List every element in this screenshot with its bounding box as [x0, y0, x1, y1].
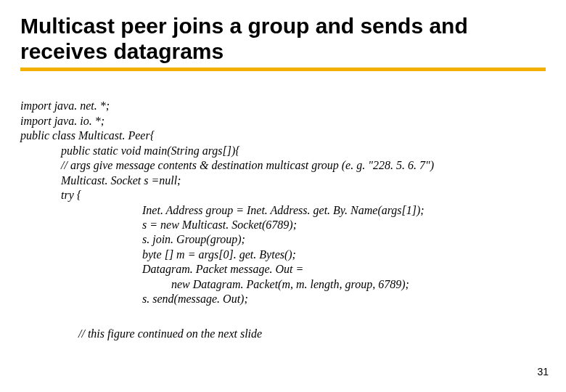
- code-line: try {: [20, 189, 81, 201]
- title-line-2: receives datagrams: [20, 39, 223, 63]
- continuation-note: // this figure continued on the next sli…: [20, 327, 546, 340]
- code-block: import java. net. *; import java. io. *;…: [20, 84, 546, 307]
- code-line: Multicast. Socket s =null;: [20, 174, 181, 187]
- code-line: s = new Multicast. Socket(6789);: [20, 219, 297, 231]
- code-line: s. send(message. Out);: [20, 293, 248, 305]
- code-line: import java. io. *;: [20, 115, 104, 127]
- code-line: byte [] m = args[0]. get. Bytes();: [20, 248, 296, 261]
- code-line: // args give message contents & destinat…: [20, 159, 434, 171]
- code-line: Inet. Address group = Inet. Address. get…: [20, 204, 424, 216]
- slide-title: Multicast peer joins a group and sends a…: [20, 13, 546, 65]
- title-underline: [20, 68, 546, 71]
- code-line: new Datagram. Packet(m, m. length, group…: [20, 278, 409, 290]
- code-line: import java. net. *;: [20, 99, 110, 112]
- code-line: public class Multicast. Peer{: [20, 129, 155, 142]
- title-line-1: Multicast peer joins a group and sends a…: [20, 14, 468, 38]
- slide: Multicast peer joins a group and sends a…: [0, 0, 566, 392]
- page-number: 31: [537, 366, 549, 377]
- code-line: s. join. Group(group);: [20, 233, 245, 245]
- code-line: Datagram. Packet message. Out =: [20, 263, 303, 275]
- code-line: public static void main(String args[]){: [20, 144, 240, 157]
